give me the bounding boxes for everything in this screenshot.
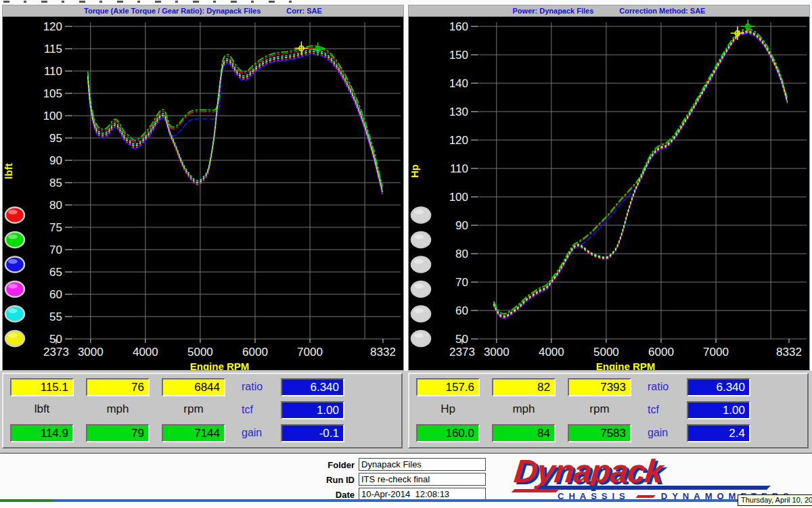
- x-tick-label: 5000: [593, 346, 619, 359]
- folder-label: Folder: [298, 460, 355, 470]
- run-select-button[interactable]: [5, 331, 24, 346]
- rpm-unit-label: rpm: [568, 402, 631, 416]
- run-select-button[interactable]: [411, 257, 430, 273]
- y-tick-label: 100: [43, 110, 62, 122]
- y-tick-label: 150: [449, 49, 468, 62]
- torque-panel: Torque (Axle Torque / Gear Ratio): Dynap…: [2, 5, 404, 371]
- run-select-button[interactable]: [5, 306, 24, 322]
- power-peak-value: 160.0: [416, 424, 480, 442]
- y-tick-label: 65: [49, 266, 62, 279]
- y-tick-label: 60: [49, 288, 62, 301]
- run-select-button[interactable]: [5, 208, 24, 223]
- run-select-button[interactable]: [411, 208, 430, 223]
- tcf-field[interactable]: 1.00: [281, 401, 344, 419]
- y-tick-label: 85: [49, 177, 62, 189]
- y-tick-label: 110: [450, 162, 468, 175]
- power-panel: Power: Dynapack Files Correction Method:…: [408, 5, 810, 371]
- y-tick-label: 105: [43, 87, 62, 100]
- x-axis-title: Engine RPM: [190, 361, 250, 370]
- run-select-button[interactable]: [411, 306, 430, 322]
- speed-current-value: 82: [492, 378, 556, 396]
- logo-dash: [635, 495, 655, 498]
- speed-current-value: 76: [86, 378, 150, 396]
- y-tick-label: 75: [49, 221, 62, 234]
- torque-readout-panel: 115.1 76 6844 lbft mph rpm 114.9 79 7144…: [2, 373, 403, 448]
- speed-unit-label: mph: [492, 402, 556, 416]
- torque-correction-label: Corr: SAE: [286, 7, 322, 15]
- bottom-strip-green: [0, 499, 53, 502]
- y-tick-label: 140: [449, 77, 468, 90]
- power-chart-header: Power: Dynapack Files Correction Method:…: [409, 5, 809, 17]
- y-axis-title: lbft: [3, 163, 14, 179]
- gain-field[interactable]: -0.1: [281, 424, 344, 442]
- y-tick-label: 70: [49, 244, 62, 256]
- x-tick-label: 6000: [648, 346, 674, 359]
- y-tick-label: 95: [49, 132, 62, 145]
- logo-swoosh: [537, 486, 771, 490]
- y-tick-label: 120: [449, 134, 468, 147]
- power-readout-panel: 157.6 82 7393 Hp mph rpm 160.0 84 7583 r…: [408, 373, 809, 448]
- ratio-field[interactable]: 6.340: [281, 378, 344, 396]
- power-chart-title: Power: Dynapack Files: [513, 7, 594, 15]
- speed-peak-value: 84: [492, 424, 556, 442]
- speed-peak-value: 79: [86, 424, 150, 442]
- y-tick-label: 80: [49, 199, 62, 212]
- date-tooltip: Thursday, April 10, 2014: [738, 494, 812, 506]
- torque-chart[interactable]: 5055606570758085909510010511011512023733…: [3, 17, 403, 370]
- x-tick-label: 3000: [78, 346, 104, 359]
- gain-label: gain: [648, 427, 683, 439]
- run-select-button[interactable]: [411, 331, 430, 346]
- x-tick-label: 7000: [703, 346, 729, 359]
- run-select-button[interactable]: [5, 281, 24, 297]
- tcf-label: tcf: [242, 404, 277, 416]
- run-id-label: Run ID: [298, 475, 355, 485]
- y-tick-label: 100: [449, 191, 468, 204]
- run-id-field[interactable]: [359, 473, 486, 486]
- ratio-label: ratio: [648, 381, 683, 393]
- torque-peak-value: 114.9: [10, 424, 74, 442]
- y-tick-label: 130: [449, 106, 468, 118]
- gain-field[interactable]: 2.4: [687, 424, 750, 442]
- x-tick-label: 7000: [297, 346, 323, 359]
- x-tick-label: 2373: [449, 346, 475, 359]
- tcf-field[interactable]: 1.00: [687, 401, 750, 419]
- rpm-peak-value: 7583: [568, 424, 631, 442]
- x-tick-label: 8332: [776, 346, 802, 359]
- y-tick-label: 80: [455, 248, 468, 260]
- rpm-peak-value: 7144: [162, 424, 225, 442]
- gain-label: gain: [242, 427, 277, 439]
- rpm-unit-label: rpm: [162, 402, 225, 416]
- y-tick-label: 120: [43, 20, 62, 33]
- dynapack-logo-text: Dynapack: [513, 456, 664, 487]
- power-correction-label: Correction Method: SAE: [619, 7, 705, 15]
- date-label: Date: [298, 490, 355, 500]
- power-chart[interactable]: 5060708090100110120130140150160237330004…: [409, 17, 809, 370]
- run-select-button[interactable]: [411, 232, 430, 248]
- x-tick-label: 8332: [370, 346, 396, 359]
- power-current-value: 157.6: [416, 378, 480, 396]
- torque-chart-header: Torque (Axle Torque / Gear Ratio): Dynap…: [3, 5, 403, 17]
- folder-field[interactable]: [359, 458, 486, 471]
- x-tick-label: 5000: [187, 346, 213, 359]
- run-select-button[interactable]: [5, 232, 24, 248]
- y-tick-label: 70: [455, 276, 468, 289]
- x-tick-label: 2373: [43, 346, 69, 359]
- torque-unit-label: lbft: [10, 402, 74, 416]
- rpm-current-value: 7393: [568, 378, 631, 396]
- x-tick-label: 4000: [539, 346, 564, 359]
- ratio-field[interactable]: 6.340: [687, 378, 750, 396]
- bottom-strip-blue: [53, 499, 812, 502]
- y-tick-label: 55: [49, 310, 62, 323]
- series-magenta: [88, 53, 382, 193]
- series-cyan: [494, 31, 788, 316]
- y-tick-label: 90: [455, 219, 468, 232]
- torque-chart-title: Torque (Axle Torque / Gear Ratio): Dynap…: [84, 7, 261, 15]
- series-green: [494, 29, 788, 314]
- x-tick-label: 4000: [133, 346, 158, 359]
- x-tick-label: 3000: [484, 346, 510, 359]
- x-tick-label: 6000: [242, 346, 268, 359]
- run-select-button[interactable]: [5, 257, 24, 273]
- run-select-button[interactable]: [411, 281, 430, 297]
- speed-unit-label: mph: [86, 402, 150, 416]
- series-blue: [88, 55, 382, 195]
